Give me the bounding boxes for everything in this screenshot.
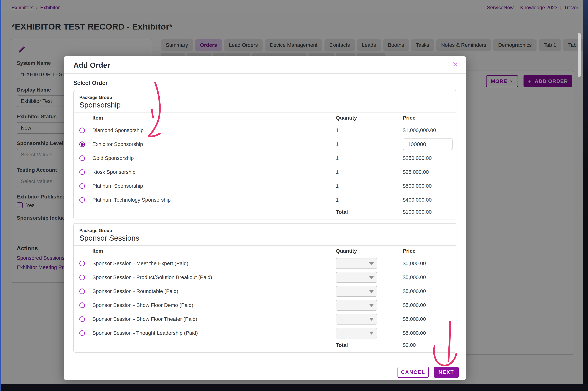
radio-sponsor-session-meet-the-expert-paid[interactable]: [79, 261, 85, 266]
quantity-cell: 1: [336, 127, 403, 133]
quantity-dropdown-value: [336, 272, 366, 282]
item-name: Sponsor Session - Show Floor Theater (Pa…: [89, 316, 336, 322]
dropdown-arrow-button[interactable]: [366, 272, 377, 282]
radio-sponsor-session-product-solution-breakout-paid[interactable]: [79, 275, 85, 280]
quantity-dropdown[interactable]: [336, 300, 377, 311]
scrollbar-thumb[interactable]: [578, 33, 581, 77]
window-edge-bottom: [0, 384, 588, 391]
radio-platinum-sponsorship[interactable]: [79, 183, 85, 189]
radio-cell: [79, 127, 89, 133]
price-cell: $500,000.00: [403, 183, 450, 189]
price-cell: $5,000.00: [403, 330, 450, 336]
quantity-dropdown[interactable]: [336, 258, 377, 269]
total-label: Total: [336, 209, 403, 215]
quantity-dropdown-value: [336, 286, 366, 296]
window-edge-right: [583, 0, 588, 391]
total-row: Total$0.00: [74, 340, 456, 352]
quantity-cell: 1: [336, 183, 403, 189]
quantity-dropdown[interactable]: [336, 286, 377, 297]
package-group-name: Sponsorship: [79, 101, 450, 109]
order-item-row: Sponsor Session - Show Floor Demo (Paid)…: [74, 298, 456, 312]
item-name: Kiosk Sponsorship: [89, 169, 336, 175]
radio-exhibitor-sponsorship[interactable]: [79, 141, 85, 147]
price-cell: $5,000.00: [403, 302, 450, 308]
quantity-dropdown-value: [336, 258, 366, 269]
quantity-dropdown[interactable]: [336, 272, 377, 283]
radio-platinum-technology-sponsorship[interactable]: [79, 197, 85, 203]
radio-sponsor-session-thought-leadership-paid[interactable]: [79, 330, 85, 336]
item-name: Gold Sponsorship: [89, 155, 336, 161]
radio-cell: [79, 155, 89, 161]
dropdown-arrow-button[interactable]: [366, 314, 377, 324]
item-name: Sponsor Session - Show Floor Demo (Paid): [89, 302, 336, 308]
dropdown-arrow-button[interactable]: [366, 258, 377, 269]
radio-sponsor-session-show-floor-demo-paid[interactable]: [79, 302, 85, 308]
dropdown-arrow-button[interactable]: [366, 286, 377, 296]
quantity-dropdown-value: [336, 300, 366, 310]
order-item-row: Sponsor Session - Meet the Expert (Paid)…: [74, 256, 456, 270]
quantity-cell: [336, 314, 403, 324]
total-value: $100,000.00: [403, 209, 450, 215]
radio-sponsor-session-show-floor-theater-paid[interactable]: [79, 316, 85, 322]
quantity-dropdown-value: [336, 328, 366, 338]
triangle-down-icon: [369, 304, 374, 307]
quantity-dropdown[interactable]: [336, 314, 377, 324]
radio-gold-sponsorship[interactable]: [79, 155, 85, 161]
order-item-row: Kiosk Sponsorship1$25,000.00: [74, 165, 456, 179]
close-icon[interactable]: ✕: [452, 60, 458, 69]
order-item-row: Exhibitor Sponsorship1: [74, 137, 456, 151]
column-header-price: Price: [403, 115, 450, 121]
quantity-dropdown[interactable]: [336, 328, 377, 338]
price-cell: $250,000.00: [403, 155, 450, 161]
dropdown-arrow-button[interactable]: [366, 300, 377, 310]
modal-footer: CANCEL NEXT: [64, 364, 466, 380]
radio-cell: [79, 330, 89, 336]
package-group-head: Package GroupSponsorship: [74, 91, 456, 112]
radio-kiosk-sponsorship[interactable]: [79, 169, 85, 175]
item-name: Diamond Sponsorship: [89, 127, 336, 133]
triangle-down-icon: [369, 318, 374, 321]
package-group-head: Package GroupSponsor Sessions: [74, 223, 456, 245]
triangle-down-icon: [369, 262, 374, 265]
radio-sponsor-session-roundtable-paid[interactable]: [79, 289, 85, 294]
column-header-quantity: Quantity: [336, 248, 403, 254]
radio-cell: [79, 183, 89, 189]
order-item-row: Platinum Sponsorship1$500,000.00: [74, 179, 456, 193]
add-order-modal: Add Order ✕ Select Order Package GroupSp…: [64, 56, 466, 380]
quantity-cell: 1: [336, 169, 403, 175]
column-header-item: Item: [89, 115, 336, 121]
price-cell: $5,000.00: [403, 274, 450, 280]
quantity-cell: [336, 300, 403, 311]
price-cell: $5,000.00: [403, 288, 450, 294]
radio-cell: [79, 141, 89, 147]
quantity-cell: [336, 272, 403, 283]
triangle-down-icon: [369, 332, 374, 335]
next-button[interactable]: NEXT: [434, 367, 459, 378]
radio-cell: [79, 302, 89, 308]
column-header-price: Price: [403, 248, 450, 254]
dropdown-arrow-button[interactable]: [366, 328, 377, 338]
item-name: Platinum Sponsorship: [89, 183, 336, 189]
cancel-button[interactable]: CANCEL: [398, 367, 429, 378]
quantity-cell: 1: [336, 141, 403, 147]
modal-title: Add Order: [73, 61, 110, 69]
quantity-cell: 1: [336, 197, 403, 203]
price-cell: $5,000.00: [403, 261, 450, 266]
radio-cell: [79, 289, 89, 294]
package-group-label: Package Group: [79, 228, 450, 233]
package-group-label: Package Group: [79, 95, 450, 100]
price-input[interactable]: [403, 138, 452, 150]
radio-diamond-sponsorship[interactable]: [79, 127, 85, 133]
price-cell: $1,000,000.00: [403, 127, 450, 133]
total-label: Total: [336, 342, 403, 348]
package-group-card-sponsorship: Package GroupSponsorshipItemQuantityPric…: [73, 90, 456, 219]
total-row: Total$100,000.00: [74, 207, 456, 219]
radio-cell: [79, 197, 89, 203]
window-edge-left: [0, 0, 1, 391]
triangle-down-icon: [369, 290, 374, 293]
radio-cell: [79, 261, 89, 266]
package-group-card-sponsor-sessions: Package GroupSponsor SessionsItemQuantit…: [73, 223, 456, 353]
quantity-cell: [336, 258, 403, 269]
order-item-row: Sponsor Session - Roundtable (Paid)$5,00…: [74, 284, 456, 298]
package-group-name: Sponsor Sessions: [79, 234, 450, 242]
